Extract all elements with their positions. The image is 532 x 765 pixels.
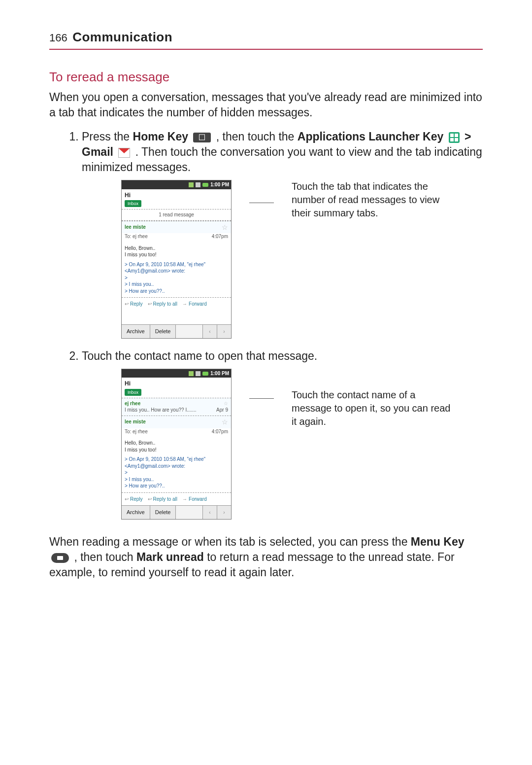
contact-name: ej rhee [125, 400, 140, 407]
star-icon[interactable]: ☆ [222, 223, 228, 232]
quote-l1: > I miss you.. [125, 281, 228, 288]
page-number: 166 [49, 32, 67, 44]
forward-button[interactable]: →Forward [182, 496, 207, 503]
reply-button[interactable]: ↩Reply [125, 496, 143, 503]
bottom-spacer [176, 325, 202, 338]
to-label: To: ej rhee [125, 428, 148, 435]
to-line: To: ej rhee 4:07pm [122, 428, 231, 437]
star-icon[interactable]: ☆ [222, 417, 228, 427]
mark-unread-label: Mark unread [136, 551, 204, 563]
callout-leader-1 [249, 203, 274, 203]
bottom-spacer [176, 506, 202, 519]
message-header[interactable]: lee miste ☆ [122, 416, 231, 428]
callout-1: Touch the tab that indicates the number … [292, 180, 454, 220]
reply-bar: ↩Reply ↩Reply to all →Forward [122, 297, 231, 311]
contact-preview: I miss you.. How are you?? I....... [125, 407, 197, 414]
thread-title: Hi [122, 378, 231, 388]
prev-button[interactable]: ‹ [202, 325, 217, 338]
apps-launcher-icon [449, 132, 460, 143]
reply-icon: ↩ [125, 496, 129, 503]
inbox-label: Inbox [125, 389, 141, 396]
read-messages-tab[interactable]: 1 read message [122, 209, 231, 221]
closing-b: , then touch [74, 551, 136, 563]
reply-all-icon: ↩ [148, 301, 152, 308]
quote-intro: > On Apr 9, 2010 10:58 AM, "ej rhee" <Am… [125, 456, 228, 469]
bottom-bar: Archive Delete ‹ › [122, 324, 231, 338]
gmail-icon [118, 148, 130, 158]
sender-name: lee miste [125, 418, 146, 425]
quote-l2: > How are you??.. [125, 483, 228, 489]
status-time: 1:00 PM [210, 181, 229, 188]
signal-icon [196, 182, 200, 187]
phone-screenshot-1: 1:00 PM Hi Inbox 1 read message lee mist… [121, 180, 232, 339]
message-header[interactable]: lee miste ☆ [122, 221, 231, 234]
status-icon [189, 182, 194, 187]
status-icon [189, 371, 194, 376]
archive-button[interactable]: Archive [122, 325, 150, 338]
menu-key-label: Menu Key [411, 535, 465, 548]
reply-bar: ↩Reply ↩Reply to all →Forward [122, 492, 231, 506]
closing-paragraph: When reading a message or when its tab i… [49, 534, 483, 580]
page-header: 166 Communication [49, 30, 483, 50]
step1-text-c: . Then touch the conversation you want t… [82, 145, 482, 174]
delete-button[interactable]: Delete [150, 506, 176, 519]
intro-paragraph: When you open a conversation, messages t… [49, 90, 483, 120]
signal-icon [196, 371, 200, 376]
gmail-label: Gmail [82, 145, 113, 158]
prev-button[interactable]: ‹ [202, 506, 217, 519]
body-line-2: I miss you too! [125, 447, 228, 453]
forward-button[interactable]: →Forward [182, 301, 207, 308]
quote-l2: > How are you??.. [125, 288, 228, 295]
msg-time: 4:07pm [212, 428, 228, 435]
star-icon[interactable]: ☆ [224, 400, 228, 407]
step-2: Touch the contact name to open that mess… [82, 348, 483, 520]
body-line-2: I miss you too! [125, 251, 228, 258]
contact-date: Apr 9 [216, 407, 228, 414]
home-key-icon [193, 133, 211, 142]
quote-l1: > I miss you.. [125, 476, 228, 483]
message-body: Hello, Brown.. I miss you too! > On Apr … [122, 242, 231, 298]
archive-button[interactable]: Archive [122, 506, 150, 519]
next-button[interactable]: › [217, 506, 231, 519]
section-title: To reread a message [49, 70, 483, 85]
body-line-1: Hello, Brown.. [125, 245, 228, 252]
to-label: To: ej rhee [125, 233, 148, 240]
status-bar: 1:00 PM [122, 180, 231, 189]
forward-icon: → [182, 301, 187, 308]
step1-text-a: Press the [82, 130, 133, 143]
bottom-bar: Archive Delete ‹ › [122, 505, 231, 519]
step2-text: Touch the contact name to open that mess… [82, 349, 317, 362]
reply-all-button[interactable]: ↩Reply to all [148, 301, 177, 308]
thread-title: Hi [122, 189, 231, 200]
chapter-title: Communication [72, 30, 172, 44]
figure-1: 1:00 PM Hi Inbox 1 read message lee mist… [121, 180, 483, 339]
forward-icon: → [182, 496, 187, 503]
contact-row[interactable]: ej rhee ☆ I miss you.. How are you?? I..… [122, 398, 231, 416]
phone-screenshot-2: 1:00 PM Hi Inbox ej rhee ☆ I miss you.. … [121, 369, 232, 520]
quoted-block: > On Apr 9, 2010 10:58 AM, "ej rhee" <Am… [125, 456, 228, 489]
body-line-1: Hello, Brown.. [125, 440, 228, 447]
apps-launcher-label: Applications Launcher Key [298, 130, 444, 143]
reply-button[interactable]: ↩Reply [125, 301, 143, 308]
sender-name: lee miste [125, 224, 146, 231]
inbox-label: Inbox [125, 200, 141, 207]
gt-sep: > [465, 130, 471, 143]
next-button[interactable]: › [217, 325, 231, 338]
manual-page: 166 Communication To reread a message Wh… [0, 0, 532, 765]
callout-2: Touch the contact name of a message to o… [292, 388, 454, 428]
figure-2: 1:00 PM Hi Inbox ej rhee ☆ I miss you.. … [121, 369, 483, 520]
battery-icon [202, 372, 208, 376]
step1-text-b: , then touch the [216, 130, 298, 143]
home-key-label: Home Key [133, 130, 188, 143]
reply-all-icon: ↩ [148, 496, 152, 503]
msg-time: 4:07pm [212, 233, 228, 240]
reply-all-button[interactable]: ↩Reply to all [148, 496, 177, 503]
delete-button[interactable]: Delete [150, 325, 176, 338]
menu-key-icon [51, 553, 69, 563]
steps-list: Press the Home Key , then touch the Appl… [49, 129, 483, 520]
battery-icon [202, 183, 208, 187]
reply-icon: ↩ [125, 301, 129, 308]
step-1: Press the Home Key , then touch the Appl… [82, 129, 483, 339]
status-time: 1:00 PM [210, 370, 229, 377]
closing-a: When reading a message or when its tab i… [49, 535, 411, 548]
